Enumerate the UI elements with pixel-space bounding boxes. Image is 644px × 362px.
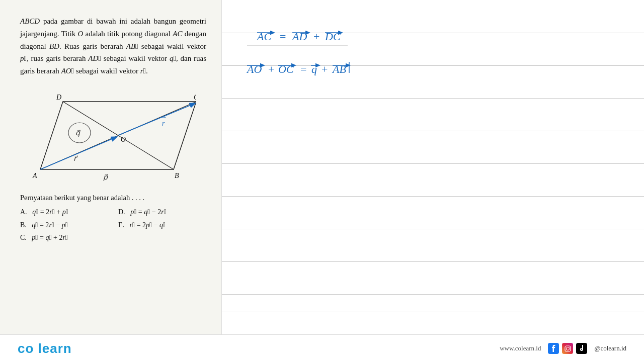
- question-text: Pernyataan berikut yang benar adalah . .…: [20, 192, 206, 204]
- svg-text:=: =: [280, 30, 286, 43]
- svg-text:D: D: [56, 94, 61, 101]
- svg-text:+: +: [313, 30, 319, 43]
- svg-text:q: q: [311, 63, 317, 75]
- line-6: [222, 196, 644, 197]
- choice-c: C. p⃗ = q⃗ + 2r⃗: [20, 231, 108, 244]
- handwritten-work: AC = AD + DC AO: [232, 8, 584, 133]
- choices-grid: A. q⃗ = 2r⃗ + p⃗ D. p⃗ = q⃗ − 2r⃗ B. q⃗ …: [20, 206, 206, 244]
- svg-text:p⃗: p⃗: [103, 173, 108, 181]
- right-panel: AC = AD + DC AO: [221, 0, 644, 362]
- choice-b: B. q⃗ = 2r⃗ − p⃗: [20, 219, 108, 231]
- svg-line-4: [118, 104, 193, 135]
- svg-text:AC: AC: [256, 30, 271, 43]
- geometry-diagram: r⃗ → r q⃗ A B C D O: [25, 86, 196, 185]
- svg-text:OC: OC: [278, 63, 294, 75]
- svg-text:A: A: [32, 172, 37, 179]
- footer-right: www.colearn.id: [500, 343, 626, 354]
- choice-d: D. p⃗ = q⃗ − 2r⃗: [118, 206, 206, 218]
- social-icons: [548, 343, 587, 354]
- svg-point-39: [566, 347, 569, 350]
- facebook-icon: [548, 343, 559, 354]
- svg-text:DC: DC: [325, 30, 341, 43]
- svg-text:B: B: [175, 172, 179, 179]
- main-container: ABCD pada gambar di bawah ini adalah ban…: [0, 0, 644, 362]
- svg-text:AB: AB: [332, 63, 346, 75]
- svg-text:r: r: [162, 120, 165, 127]
- choice-a: A. q⃗ = 2r⃗ + p⃗: [20, 206, 108, 218]
- svg-rect-38: [565, 346, 571, 351]
- svg-text:+: +: [268, 63, 274, 75]
- line-9: [222, 294, 644, 295]
- line-10: [222, 312, 644, 312]
- footer: co learn www.colearn.id: [0, 334, 644, 362]
- line-7: [222, 229, 644, 229]
- line-8: [222, 261, 644, 262]
- line-5: [222, 163, 644, 164]
- svg-point-40: [569, 346, 570, 347]
- svg-text:r⃗: r⃗: [73, 155, 78, 162]
- svg-text:AD: AD: [291, 30, 307, 43]
- website-url: www.colearn.id: [500, 344, 541, 352]
- svg-text:C: C: [194, 94, 196, 101]
- choice-e: E. r⃗ = 2p⃗ − q⃗: [118, 219, 206, 231]
- svg-text:=: =: [300, 63, 306, 75]
- svg-text:AO: AO: [246, 63, 262, 75]
- lined-paper: AC = AD + DC AO: [222, 0, 644, 362]
- tiktok-icon: [576, 343, 587, 354]
- problem-text: ABCD pada gambar di bawah ini adalah ban…: [20, 15, 206, 77]
- instagram-icon: [562, 343, 573, 354]
- svg-text:O: O: [121, 136, 126, 143]
- left-panel: ABCD pada gambar di bawah ini adalah ban…: [0, 0, 221, 362]
- social-handle: @colearn.id: [594, 344, 626, 352]
- answer-section: Pernyataan berikut yang benar adalah . .…: [20, 192, 206, 244]
- svg-text:q⃗: q⃗: [75, 129, 80, 137]
- brand-logo: co learn: [18, 341, 72, 356]
- svg-text:+: +: [321, 63, 328, 75]
